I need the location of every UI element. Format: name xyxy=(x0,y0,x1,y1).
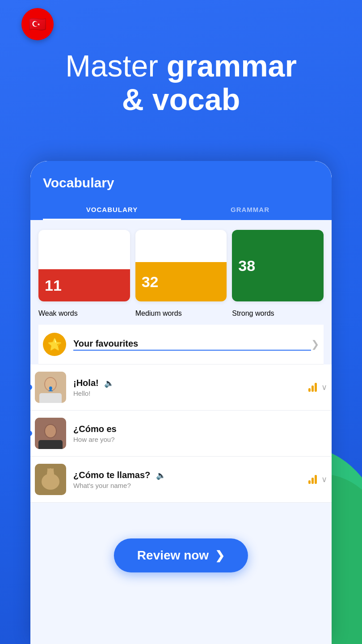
tab-vocabulary[interactable]: VOCABULARY xyxy=(43,200,181,220)
hero-line1: Master grammar xyxy=(27,49,335,83)
medium-words-card[interactable]: 32 xyxy=(135,230,227,301)
language-flag[interactable]: 🇹🇷 xyxy=(21,8,54,40)
vocab-thumb-3 xyxy=(35,464,66,495)
tab-grammar-label: GRAMMAR xyxy=(231,206,269,213)
vocab-word-3: ¿Cómo te llamas? xyxy=(73,470,150,480)
vocab-list: 👤 ¡Hola! 🔈 Hello! ∨ xyxy=(30,364,332,503)
favourites-chevron: ❯ xyxy=(311,339,319,350)
hero-normal-text: Master xyxy=(65,49,167,83)
strong-word-count: 38 xyxy=(238,257,255,275)
weak-words-card[interactable]: 11 xyxy=(38,230,130,301)
hero-line2: & vocab xyxy=(27,83,335,116)
hero-bold-text: grammar xyxy=(167,49,297,83)
weak-label: Weak words xyxy=(38,309,130,318)
review-now-button[interactable]: Review now ❯ xyxy=(114,538,248,572)
vocab-thumb-2 xyxy=(35,418,66,449)
weak-word-count: 11 xyxy=(45,277,62,294)
vocab-text-2: ¿Cómo es How are you? xyxy=(73,424,256,443)
strong-words-card[interactable]: 38 xyxy=(232,230,324,301)
sound-icon-1[interactable]: 🔈 xyxy=(104,379,114,388)
bar-icon-1 xyxy=(308,383,317,392)
dot-indicator-2 xyxy=(30,431,32,436)
svg-rect-12 xyxy=(47,468,49,474)
medium-label: Medium words xyxy=(135,309,227,318)
review-now-arrow: ❯ xyxy=(215,549,225,563)
strong-label: Strong words xyxy=(232,309,324,318)
word-cards-container: 11 32 38 xyxy=(38,230,324,318)
svg-text:👤: 👤 xyxy=(48,386,54,392)
svg-rect-13 xyxy=(52,468,54,474)
medium-card-fill: 32 xyxy=(135,262,227,301)
vocab-translation-2: How are you? xyxy=(73,436,256,443)
tab-vocabulary-label: VOCABULARY xyxy=(86,206,138,213)
vocab-header-title: Vocabulary xyxy=(43,175,319,191)
phone-inner: Vocabulary VOCABULARY GRAMMAR 11 xyxy=(30,161,332,644)
svg-point-7 xyxy=(45,425,56,437)
vocab-header: Vocabulary VOCABULARY GRAMMAR xyxy=(30,161,332,220)
vocab-item-llamas[interactable]: ¿Cómo te llamas? 🔈 What's your name? ∨ xyxy=(30,457,332,503)
vocab-translation-1: Hello! xyxy=(73,390,308,397)
content-area: 11 32 38 xyxy=(30,220,332,364)
cards-labels: Weak words Medium words Strong words xyxy=(38,309,324,318)
medium-word-count: 32 xyxy=(142,273,159,291)
weak-card-fill: 11 xyxy=(38,269,130,301)
vocab-item-hola[interactable]: 👤 ¡Hola! 🔈 Hello! ∨ xyxy=(30,364,332,411)
dot-indicator-1 xyxy=(30,385,32,390)
vocab-thumb-1: 👤 xyxy=(35,372,66,403)
strong-card-fill: 38 xyxy=(232,230,324,301)
vocab-item-como-es[interactable]: ¿Cómo es How are you? xyxy=(30,411,332,457)
chevron-down-1[interactable]: ∨ xyxy=(321,382,327,392)
favourites-label: Your favourites xyxy=(73,339,311,351)
vocab-text-1: ¡Hola! 🔈 Hello! xyxy=(73,378,308,397)
svg-rect-3 xyxy=(39,393,62,403)
flag-emoji: 🇹🇷 xyxy=(29,16,46,33)
word-cards: 11 32 38 xyxy=(38,230,324,301)
favourites-row[interactable]: ⭐ Your favourites ❯ xyxy=(38,325,324,364)
vocab-word-1: ¡Hola! xyxy=(73,378,99,388)
vocab-text-3: ¿Cómo te llamas? 🔈 What's your name? xyxy=(73,470,308,489)
vocab-word-2: ¿Cómo es xyxy=(73,424,117,434)
phone-mockup: Vocabulary VOCABULARY GRAMMAR 11 xyxy=(30,161,332,644)
review-now-label: Review now xyxy=(137,548,209,563)
chevron-down-3[interactable]: ∨ xyxy=(321,475,327,484)
sound-icon-3[interactable]: 🔈 xyxy=(156,471,166,480)
svg-rect-8 xyxy=(38,440,63,449)
hero-title-container: Master grammar & vocab xyxy=(27,49,335,116)
vocab-translation-3: What's your name? xyxy=(73,482,308,489)
bar-icon-3 xyxy=(308,475,317,484)
tabs-container: VOCABULARY GRAMMAR xyxy=(43,200,319,220)
star-circle: ⭐ xyxy=(43,333,66,356)
tab-grammar[interactable]: GRAMMAR xyxy=(181,200,319,220)
